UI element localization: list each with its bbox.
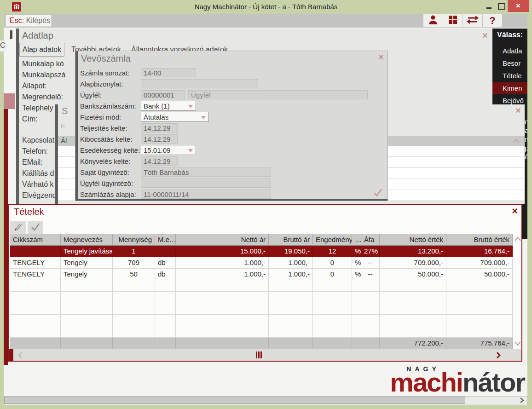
invoice-dialog: Vevőszámla × Számla sorozat: 14-00 Alapb… [75, 51, 388, 201]
col-cikkszam[interactable]: Cikkszám [10, 234, 61, 246]
table-row[interactable] [10, 280, 513, 292]
brand-logo: NAGY machinátor [390, 365, 525, 394]
window-fragment [10, 30, 12, 39]
field-label: Esedékesség kelte: [80, 146, 141, 154]
edit-button[interactable] [10, 221, 26, 234]
menu-item-besorolas[interactable]: Besor [492, 58, 527, 69]
col-brutto-ar[interactable]: Bruttó ár [269, 234, 313, 246]
col-netto-ar[interactable]: Nettó ár [176, 234, 269, 246]
col-ellipsis[interactable]: … [352, 234, 361, 246]
col-me[interactable]: M.e… [155, 234, 176, 246]
ugyfel-code-field[interactable]: 00000001 [141, 90, 185, 99]
tetelek-title: Tételek [14, 207, 44, 217]
col-megnevezes[interactable]: Megnevezés [61, 234, 113, 246]
window-title: Nagy Machinátor - Új kötet - a - Tóth Ba… [0, 3, 532, 11]
totals-row: 772.200,- 775.764,- [10, 338, 513, 349]
logo-machinator-text: machinátor [390, 371, 525, 394]
field-label-allapot: Állapot: [22, 82, 74, 91]
total-brutto-ertek: 775.764,- [446, 338, 513, 349]
menu-clipped-text: m [525, 135, 527, 144]
col-afa[interactable]: Áfa [361, 234, 380, 246]
field-label: Ügyfél ügyintéző: [80, 179, 141, 187]
esc-exit-button[interactable]: Esc: Kilépés [6, 15, 52, 27]
field-ugyfel-ugyintezo: Ügyfél ügyintéző: [80, 178, 271, 188]
kibocsatas-kelte-field[interactable]: 14.12.29 [141, 134, 178, 144]
szamlazas-alapja-field[interactable]: 11-0000011/14 [141, 190, 271, 199]
scroll-down-icon[interactable] [514, 340, 522, 349]
user-icon [427, 14, 439, 28]
table-row[interactable] [10, 292, 513, 303]
field-label: Számlázás alapja: [80, 190, 141, 198]
menu-item-kimeno[interactable]: Kimen [492, 82, 527, 94]
swap-arrows-icon [466, 14, 479, 27]
menu-clipped-text: é [525, 153, 527, 161]
alapbizonylat-field[interactable] [141, 79, 258, 88]
sajat-ugyintezo-field[interactable]: Tóth Barnabás [141, 167, 271, 177]
field-label-munkalapszam: Munkalapszá [22, 71, 74, 80]
maximize-button[interactable] [498, 3, 505, 10]
window-fragment-letter: C [0, 40, 7, 52]
esc-action-label: : Kilépés [22, 17, 50, 24]
bankszamlaszam-dropdown[interactable]: Bank (1) [141, 101, 196, 111]
field-alapbizonylat: Alapbizonylat: [80, 79, 258, 89]
items-table: Cikkszám Megnevezés Mennyiség M.e… Nettó… [10, 234, 513, 349]
esedekesseg-kelte-dropdown[interactable]: 15.01.09 [141, 145, 196, 155]
teljesites-kelte-field[interactable]: 14.12.29 [141, 123, 178, 132]
table-row[interactable] [10, 303, 513, 315]
field-label: Teljesítés kelte: [80, 124, 141, 132]
confirm-check-icon[interactable] [373, 187, 383, 199]
scroll-up-icon[interactable] [512, 137, 520, 146]
field-fizetesi-mod: Fizetési mód: Átutalás [80, 112, 209, 122]
check-icon [30, 222, 41, 234]
tab-alap-adatok[interactable]: Alap adatok [19, 43, 64, 57]
table-row[interactable] [10, 315, 513, 326]
background-window-edge [4, 109, 8, 365]
logo-red-part: machi [390, 367, 463, 397]
adatlap-close-icon[interactable]: × [482, 31, 488, 40]
background-highlight-fragment [4, 93, 15, 109]
field-esedekesseg-kelte: Esedékesség kelte: 15.01.09 [80, 145, 196, 155]
confirm-button[interactable] [28, 221, 43, 234]
col-brutto-ertek[interactable]: Bruttó érték [446, 234, 513, 246]
fizetesi-mod-dropdown[interactable]: Átutalás [141, 112, 209, 122]
ugyfel-ugyintezo-field[interactable] [141, 179, 271, 188]
horizontal-scrollbar[interactable] [9, 349, 521, 361]
table-row[interactable] [10, 326, 513, 338]
scrollbar-grip[interactable] [256, 351, 262, 358]
col-mennyiseg[interactable]: Mennyiség [113, 234, 155, 246]
table-row-selected[interactable]: Tengely javítása 1 15.000,- 19.050,- 12 … [10, 246, 513, 257]
tetelek-close-icon[interactable]: × [512, 207, 518, 216]
col-engedmeny[interactable]: Engedmény [313, 234, 352, 246]
col-netto-ertek[interactable]: Nettó érték [380, 234, 446, 246]
field-label: Alapbizonylat: [80, 80, 141, 88]
field-konyveles-kelte: Könyvelés kelte: 14.12.29 [80, 156, 178, 166]
dropdown-value: 15.01.09 [144, 146, 170, 154]
modules-button[interactable] [443, 14, 463, 27]
field-szamla-sorozat: Számla sorozat: 14-00 [80, 68, 196, 78]
help-button[interactable]: ? [483, 14, 503, 27]
user-button[interactable] [423, 14, 443, 27]
table-row[interactable]: TENGELY Tengely 709 db 1.000,- 1.000,- 0… [10, 257, 513, 269]
menu-item-adatlap[interactable]: Adatla [492, 45, 527, 57]
scroll-left-icon[interactable] [17, 351, 24, 361]
scrollbar-handle[interactable] [4, 397, 465, 404]
ugyfel-name-field[interactable]: Ügyfél [188, 90, 368, 99]
scroll-right-icon[interactable] [495, 351, 502, 361]
panel-left-border [16, 29, 19, 204]
app-screen: Nagy Machinátor - Új kötet - a - Tóth Ba… [0, 0, 532, 409]
app-horizontal-scrollbar[interactable] [4, 396, 527, 404]
switch-button[interactable] [463, 14, 483, 27]
scroll-right-icon[interactable] [519, 397, 525, 405]
szamla-sorozat-field[interactable]: 14-00 [141, 68, 196, 77]
list-window-close-icon[interactable]: × [515, 106, 521, 115]
scroll-up-icon[interactable] [514, 235, 522, 244]
invoice-dialog-close-icon[interactable]: × [378, 53, 384, 61]
menu-item-tetelek[interactable]: Tétele [492, 70, 527, 81]
table-row[interactable]: TENGELY Tengely 50 db 1.000,- 1.000,- 0 … [10, 269, 513, 280]
menu-clipped-text: p [525, 144, 527, 152]
close-button[interactable]: × [508, 0, 529, 12]
invoice-dialog-title: Vevőszámla [81, 53, 131, 64]
minimize-button[interactable] [486, 7, 492, 9]
field-label: Bankszámlaszám: [80, 102, 141, 110]
konyveles-kelte-field[interactable]: 14.12.29 [141, 156, 178, 166]
